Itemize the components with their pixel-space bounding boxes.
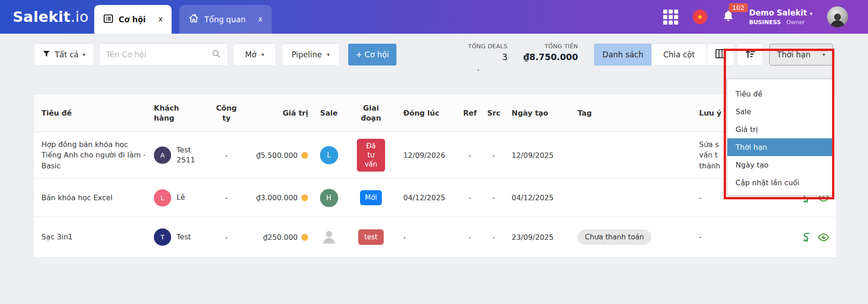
chevron-down-icon: ▾ [327,51,330,58]
total-deals: TỔNG DEALS 3 [439,43,508,62]
filter-button[interactable]: Tất cả▾ [34,44,94,66]
sort-amount-icon [745,49,756,61]
total-money-value: ₫8.750.000 [510,52,578,62]
user-avatar[interactable] [827,6,848,27]
deals-table: Tiêu đề Khách hàng Công ty Giá trị Sale … [34,95,836,258]
sale-avatar[interactable]: L [320,146,338,164]
customer-name[interactable]: Test [177,232,191,242]
scroll-indicator-dot [477,69,479,71]
eye-icon[interactable] [817,231,830,243]
tab-label: Tổng quan [204,15,246,24]
sale-avatar[interactable]: H [320,189,338,207]
tag-cell [571,132,692,178]
stage-badge[interactable]: test [358,229,384,245]
search-box [99,44,228,66]
chevron-down-icon: ▾ [822,51,825,58]
close-date-cell: 04/12/2025 [396,179,457,217]
company-cell: - [209,179,244,217]
view-columns-button[interactable]: Chia cột [651,44,707,66]
app-logo[interactable]: Salekit.io [13,8,89,25]
topbar-right: ★ 102 Demo Salekit▾ BUSINESS Owner [663,6,848,27]
customer-avatar[interactable]: L [154,189,171,207]
sort-menu-item-gia-tri[interactable]: Giá trị [727,121,832,138]
company-cell: - [209,217,244,257]
user-plan-badge: BUSINESS [749,19,781,25]
note-cell: - [699,193,702,203]
column-settings-button[interactable] [707,44,734,66]
header-created[interactable]: Ngày tạo [505,95,571,132]
header-tag[interactable]: Tag [571,95,692,132]
sort-menu-item-sale[interactable]: Sale [727,103,832,121]
deal-value: ₫250.000 [263,233,298,242]
list-icon [103,14,113,25]
header-company[interactable]: Công ty [209,95,244,132]
columns-icon [715,48,726,61]
sort-field-dropdown[interactable]: Thời hạn▾ [769,44,833,66]
topbar: Salekit.io Cơ hội x Tổng quan x ★ 102 [0,0,868,34]
value-status-dot [301,194,308,201]
company-cell: - [209,132,244,178]
deal-title[interactable]: Hợp đồng bán khóa học Tiếng Anh cho ngườ… [34,132,150,178]
sort-field-menu: Tiêu đề Sale Giá trị Thời hạn Ngày tạo C… [727,79,832,196]
tab-close-icon[interactable]: x [259,16,263,23]
src-cell: - [482,179,505,217]
table-row[interactable]: Bán khóa học Excel L Lê - ₫3.000.000 H M… [34,179,836,217]
total-money: TỔNG TIỀN ₫8.750.000 [510,43,578,62]
tab-co-hoi[interactable]: Cơ hội x [94,5,172,34]
stage-badge[interactable]: Đã tư vấn [357,139,385,172]
customer-avatar[interactable]: A [154,147,171,164]
tab-tong-quan[interactable]: Tổng quan x [179,5,271,34]
total-money-label: TỔNG TIỀN [510,43,578,50]
header-title[interactable]: Tiêu đề [34,95,150,132]
deal-title[interactable]: Sạc 3in1 [34,217,150,257]
sort-menu-item-thoi-han[interactable]: Thời hạn [727,138,832,156]
state-dropdown[interactable]: Mở▾ [233,44,276,66]
deal-title[interactable]: Bán khóa học Excel [34,179,150,217]
person-placeholder-icon[interactable] [320,228,338,246]
notification-count-badge: 102 [729,3,748,12]
star-flag-icon[interactable]: ★ [693,10,707,24]
sort-menu-item-tieu-de[interactable]: Tiêu đề [727,85,832,103]
add-opportunity-button[interactable]: + Cơ hội [348,44,396,66]
header-stage[interactable]: Giai đoạn [346,95,396,132]
customer-name[interactable]: Lê [177,193,185,203]
header-customer[interactable]: Khách hàng [150,95,209,132]
customer-name[interactable]: Test 2511 [177,145,206,166]
deal-value: ₫3.000.000 [256,193,298,202]
src-cell: - [482,132,505,178]
user-menu[interactable]: Demo Salekit▾ BUSINESS Owner [749,8,812,25]
pipeline-dropdown[interactable]: Pipeline▾ [282,44,340,66]
sort-menu-item-cap-nhat[interactable]: Cập nhật lần cuối [727,174,832,192]
header-ref[interactable]: Ref [457,95,482,132]
customer-avatar[interactable]: T [154,228,171,246]
created-date-cell: 04/12/2025 [505,179,571,217]
tag-cell [571,179,692,217]
tag-badge[interactable]: Chưa thanh toán [578,229,651,245]
total-deals-label: TỔNG DEALS [439,43,508,50]
sort-menu-item-ngay-tao[interactable]: Ngày tạo [727,156,832,174]
tab-close-icon[interactable]: x [158,16,162,23]
route-icon[interactable] [800,231,812,243]
search-icon[interactable] [211,49,221,61]
table-row[interactable]: Sạc 3in1 T Test - ₫250.000 test - - - 23… [34,217,836,258]
header-sale[interactable]: Sale [312,95,346,132]
sort-direction-button[interactable] [737,44,763,66]
header-close-date[interactable]: Đóng lúc [396,95,457,132]
tab-bar: Cơ hội x Tổng quan x [94,0,272,34]
chevron-down-icon: ▾ [262,51,264,58]
created-date-cell: 23/09/2025 [505,217,571,257]
close-date-cell: 12/09/2026 [396,132,457,178]
bell-icon [722,15,735,24]
notifications-button[interactable]: 102 [722,10,735,24]
stage-badge[interactable]: Mới [360,190,382,205]
apps-grid-icon[interactable] [663,10,678,25]
view-list-button[interactable]: Danh sách [594,44,652,66]
table-header-row: Tiêu đề Khách hàng Công ty Giá trị Sale … [34,95,836,132]
ref-cell: - [457,179,482,217]
home-icon [188,13,199,25]
header-value[interactable]: Giá trị [244,95,312,132]
header-src[interactable]: Src [482,95,505,132]
search-input[interactable] [106,50,202,59]
close-date-cell: - [396,217,457,257]
table-row[interactable]: Hợp đồng bán khóa học Tiếng Anh cho ngườ… [34,132,836,179]
